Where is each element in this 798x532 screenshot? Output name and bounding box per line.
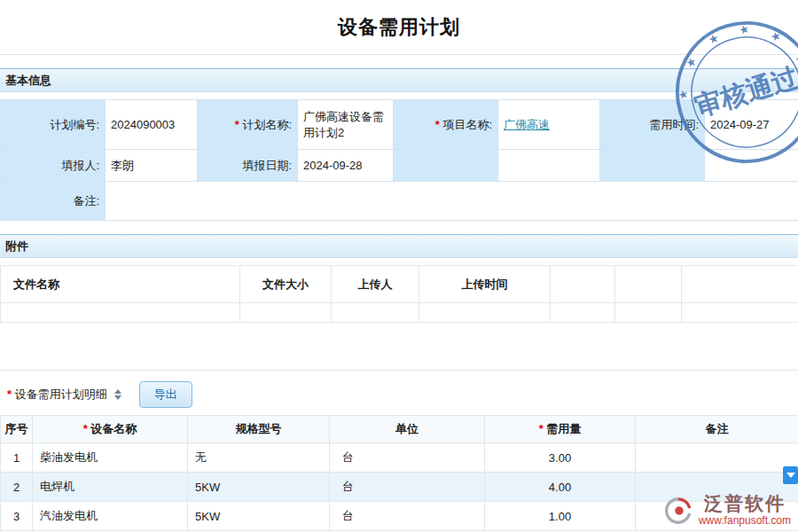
section-attachments: 附件 [0, 234, 798, 258]
row-qty: 1.00 [485, 502, 636, 531]
details-header-row: 序号 设备名称 规格型号 单位 需用量 备注 [1, 416, 798, 443]
export-button[interactable]: 导出 [139, 381, 192, 408]
plan-name-label: 计划名称: [235, 118, 292, 131]
row-unit: 台 [330, 502, 485, 531]
project-link[interactable]: 广佛高速 [504, 118, 550, 131]
attachment-empty-cell [1, 303, 240, 323]
row-seq: 1 [1, 443, 33, 473]
row-spec: 无 [188, 443, 330, 473]
plan-name-value: 广佛高速设备需用计划2 [298, 100, 394, 150]
fanpu-logo-icon [663, 496, 693, 526]
attachment-empty-cell [682, 303, 798, 323]
section-attachments-label: 附件 [5, 239, 28, 253]
section-basic-info-label: 基本信息 [5, 74, 51, 87]
col-required-qty: 需用量 [485, 416, 636, 443]
remark-label: 备注: [1, 182, 106, 221]
row-seq: 3 [1, 502, 33, 531]
col-empty [615, 266, 682, 303]
empty-label-cell [394, 150, 498, 182]
project-name-label: 项目名称: [435, 118, 492, 131]
col-upload-time: 上传时间 [419, 266, 551, 303]
col-equipment-name: 设备名称 [33, 416, 188, 443]
sort-icon[interactable] [114, 389, 121, 400]
empty-value-cell [498, 150, 600, 182]
row-unit: 台 [330, 473, 485, 502]
attachment-empty-cell [332, 303, 419, 323]
basic-info-row-1: 计划编号: 2024090003 计划名称: 广佛高速设备需用计划2 项目名称:… [1, 100, 798, 150]
col-seq: 序号 [1, 416, 33, 443]
detail-row: 1 柴油发电机 无 台 3.00 [1, 443, 798, 473]
fanpu-brand: 泛普软件 [704, 493, 786, 514]
col-file-name: 文件名称 [1, 266, 240, 303]
need-time-label: 需用时间: [600, 100, 705, 150]
col-remark: 备注 [636, 416, 798, 443]
col-file-size: 文件大小 [240, 266, 332, 303]
arrow-down-icon [786, 473, 795, 478]
row-spec: 5KW [188, 473, 330, 502]
attachment-empty-cell [615, 303, 682, 323]
basic-info-row-2: 填报人: 李朗 填报日期: 2024-09-28 [1, 150, 798, 182]
details-section-title: 设备需用计划明细 [7, 387, 107, 403]
attachments-table: 文件名称 文件大小 上传人 上传时间 [0, 265, 798, 323]
fanpu-url: www.fanpusoft.com [699, 514, 791, 528]
remark-value [106, 182, 798, 221]
col-unit: 单位 [330, 416, 485, 443]
attachment-empty-cell [419, 303, 551, 323]
basic-info-table: 计划编号: 2024090003 计划名称: 广佛高速设备需用计划2 项目名称:… [0, 99, 798, 221]
attachment-empty-cell [240, 303, 332, 323]
col-empty [682, 266, 798, 303]
empty-label-cell [600, 150, 705, 182]
row-equipment-name: 柴油发电机 [33, 443, 188, 473]
page-title: 设备需用计划 [338, 14, 460, 41]
row-unit: 台 [330, 443, 485, 473]
row-qty: 3.00 [485, 443, 636, 473]
fill-date-label: 填报日期: [198, 150, 298, 182]
attachments-header-row: 文件名称 文件大小 上传人 上传时间 [1, 266, 798, 303]
empty-value-cell [705, 150, 798, 182]
attachments-empty-row [1, 303, 798, 323]
fill-date-value: 2024-09-28 [298, 150, 394, 182]
row-qty: 4.00 [485, 473, 636, 502]
row-spec: 5KW [188, 502, 330, 531]
attachment-empty-cell [551, 303, 615, 323]
row-equipment-name: 汽油发电机 [33, 502, 188, 531]
row-equipment-name: 电焊机 [33, 473, 188, 502]
col-uploader: 上传人 [332, 266, 419, 303]
plan-no-label: 计划编号: [1, 100, 106, 150]
basic-info-row-3: 备注: [1, 182, 798, 221]
scroll-down-button[interactable] [783, 466, 798, 484]
col-empty [551, 266, 615, 303]
row-remark [636, 443, 798, 473]
filler-label: 填报人: [1, 150, 106, 182]
section-basic-info: 基本信息 [0, 68, 798, 92]
plan-no-value: 2024090003 [106, 100, 198, 150]
details-section-header: 设备需用计划明细 导出 [0, 370, 798, 415]
need-time-value: 2024-09-27 [705, 100, 798, 150]
fanpu-logo: 泛普软件 www.fanpusoft.com [663, 493, 791, 528]
title-bar: 设备需用计划 [0, 0, 798, 55]
filler-value: 李朗 [106, 150, 198, 182]
col-spec-model: 规格型号 [188, 416, 330, 443]
row-seq: 2 [1, 473, 33, 502]
